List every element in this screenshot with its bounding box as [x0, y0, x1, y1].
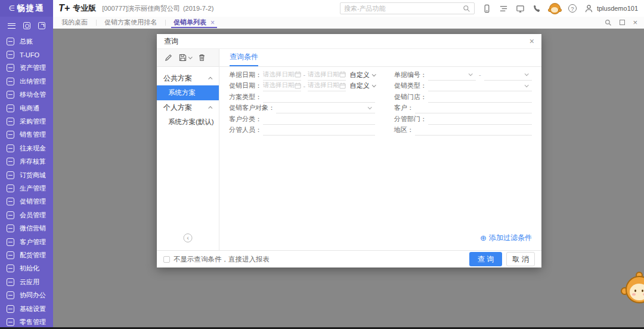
sidebar-item-asset-mgmt[interactable]: 资产管理	[0, 62, 53, 75]
help-icon[interactable]: ?	[568, 4, 577, 13]
module-icon	[7, 104, 14, 112]
promo-date-from-input[interactable]: 请选择日期	[263, 81, 301, 92]
sidebar-item-t-ufo[interactable]: T-UFO	[0, 48, 53, 61]
dialog-titlebar: 查询 ×	[157, 34, 541, 49]
sidebar: ∈ 畅捷通 总账 T-UFO 资产管理 出纳管理 移动仓管 电商通 采购管理 销…	[0, 0, 53, 329]
query-form: 单据日期： 请选择日期 - 请选择日期	[219, 67, 541, 250]
task-list-icon[interactable]	[499, 4, 508, 13]
collapse-icon[interactable]	[208, 106, 212, 110]
bill-date-to-input[interactable]: 请选择日期	[308, 69, 346, 81]
app-logo[interactable]: ∈ 畅捷通	[0, 0, 53, 17]
chevron-down-icon	[371, 84, 376, 88]
message-monitor-icon[interactable]	[516, 4, 525, 13]
dialog-close-icon[interactable]: ×	[530, 36, 534, 46]
promo-customer-target-select[interactable]	[276, 103, 375, 114]
new-window-icon[interactable]	[38, 22, 45, 29]
scheme-item-system-default[interactable]: 系统方案(默认)	[157, 115, 219, 130]
customer-class-input[interactable]	[263, 113, 375, 125]
module-icon	[7, 64, 14, 72]
sidebar-item-initialization[interactable]: 初始化	[0, 262, 53, 275]
mascot-icon[interactable]	[549, 3, 561, 14]
save-scheme-button[interactable]	[179, 54, 191, 62]
chevron-down-icon	[525, 83, 529, 87]
responsible-person-input[interactable]	[263, 125, 375, 136]
sidebar-item-order-mall[interactable]: 订货商城	[0, 168, 53, 182]
sidebar-item-customer-mgmt[interactable]: 客户管理	[0, 235, 53, 248]
sidebar-item-promotion-mgmt[interactable]: 促销管理	[0, 195, 53, 208]
bill-number-from-select[interactable]	[428, 69, 476, 81]
sidebar-item-ecommerce[interactable]: 电商通	[0, 102, 53, 115]
product-search-input[interactable]: 搜索-产品功能	[340, 2, 475, 14]
scheme-item-system[interactable]: 系统方案	[157, 85, 219, 100]
module-icon	[7, 185, 14, 192]
user-icon[interactable]	[584, 4, 593, 13]
menu-icon[interactable]	[8, 23, 16, 29]
sidebar-item-production-mgmt[interactable]: 生产管理	[0, 182, 53, 195]
sidebar-item-wechat-marketing[interactable]: 微信营销	[0, 222, 53, 235]
sidebar-item-sales-mgmt[interactable]: 销售管理	[0, 128, 53, 142]
header-actions: 搜索-产品功能 ?	[340, 2, 638, 14]
cancel-button[interactable]: 取 消	[506, 252, 535, 266]
module-icon	[7, 278, 14, 286]
skip-conditions-checkbox[interactable]	[163, 256, 170, 263]
query-button[interactable]: 查 询	[469, 252, 502, 266]
save-dropdown-icon[interactable]	[188, 55, 193, 59]
bill-date-preset-dropdown[interactable]: 自定义	[350, 70, 375, 79]
row-scheme-type: 方案类型：	[229, 91, 375, 103]
sidebar-item-mobile-warehouse[interactable]: 移动仓管	[0, 88, 53, 102]
phone-icon[interactable]	[532, 4, 541, 13]
search-icon[interactable]	[463, 5, 470, 13]
tab-promotion-order-list[interactable]: 促销单列表 ×	[165, 17, 223, 28]
tab-my-desktop[interactable]: 我的桌面	[53, 17, 96, 28]
bill-date-from-input[interactable]: 请选择日期	[263, 69, 301, 81]
sidebar-item-general-ledger[interactable]: 总账	[0, 35, 53, 48]
sidebar-item-collaboration[interactable]: 协同办公	[0, 288, 53, 302]
scheme-type-input[interactable]	[263, 91, 375, 103]
chevron-down-icon	[525, 72, 529, 76]
username[interactable]: tplusdemo101	[597, 5, 638, 12]
public-scheme-header[interactable]: 公共方案	[157, 71, 219, 85]
row-responsible-person: 分管人员：	[229, 125, 375, 136]
close-page-icon[interactable]: ×	[633, 19, 637, 26]
department-input[interactable]	[428, 113, 532, 125]
promo-date-preset-dropdown[interactable]: 自定义	[350, 81, 375, 90]
tab-bar: 我的桌面 促销方案使用排名 促销单列表 × ×	[53, 17, 644, 29]
module-icon	[7, 211, 14, 219]
customer-input[interactable]	[415, 103, 532, 114]
panel-collapse-button[interactable]: ‹	[184, 233, 193, 242]
sidebar-item-member-mgmt[interactable]: 会员管理	[0, 208, 53, 222]
sidebar-item-cloud-apps[interactable]: 云应用	[0, 275, 53, 288]
sidebar-item-inventory-accounting[interactable]: 库存核算	[0, 155, 53, 168]
tab-query-conditions[interactable]: 查询条件	[230, 52, 258, 66]
edit-scheme-icon[interactable]	[165, 54, 172, 62]
mascot-peek[interactable]	[621, 272, 644, 308]
tab-close-icon[interactable]: ×	[210, 19, 215, 27]
bill-number-to-select[interactable]	[484, 69, 532, 81]
row-promo-store: 促销门店：	[394, 91, 532, 103]
top-header: T+ 专业版 [000777]演示丽佳商贸公司 (2019-7-2) 搜索-产品…	[53, 0, 644, 17]
sidebar-item-basic-settings[interactable]: 基础设置	[0, 302, 53, 315]
promo-store-input[interactable]	[428, 91, 532, 103]
dialog-footer: 不显示查询条件，直接进入报表 查 询 取 消	[157, 250, 541, 267]
module-icon	[7, 118, 14, 125]
sidebar-item-current-cash[interactable]: 往来现金	[0, 142, 53, 155]
sidebar-item-distribution-mgmt[interactable]: 配货管理	[0, 248, 53, 262]
promo-type-select[interactable]	[428, 81, 532, 92]
sidebar-item-cashier-mgmt[interactable]: 出纳管理	[0, 75, 53, 88]
mobile-app-icon[interactable]	[482, 4, 491, 13]
promo-date-to-input[interactable]: 请选择日期	[308, 81, 346, 92]
calendar-icon[interactable]	[295, 71, 301, 78]
add-filter-button[interactable]: ⊕ 添加过滤条件	[480, 233, 532, 243]
find-module-icon[interactable]	[23, 22, 30, 29]
tab-promotion-ranking[interactable]: 促销方案使用排名	[96, 17, 165, 28]
region-input[interactable]	[415, 125, 532, 136]
personal-scheme-header[interactable]: 个人方案	[157, 100, 219, 115]
calendar-icon[interactable]	[339, 82, 346, 89]
delete-scheme-icon[interactable]	[198, 54, 206, 62]
sidebar-item-purchase-mgmt[interactable]: 采购管理	[0, 115, 53, 128]
collapse-icon[interactable]	[208, 76, 212, 81]
calendar-icon[interactable]	[295, 82, 301, 89]
search-page-icon[interactable]	[605, 19, 612, 26]
fullscreen-icon[interactable]	[620, 20, 625, 25]
calendar-icon[interactable]	[339, 71, 346, 78]
